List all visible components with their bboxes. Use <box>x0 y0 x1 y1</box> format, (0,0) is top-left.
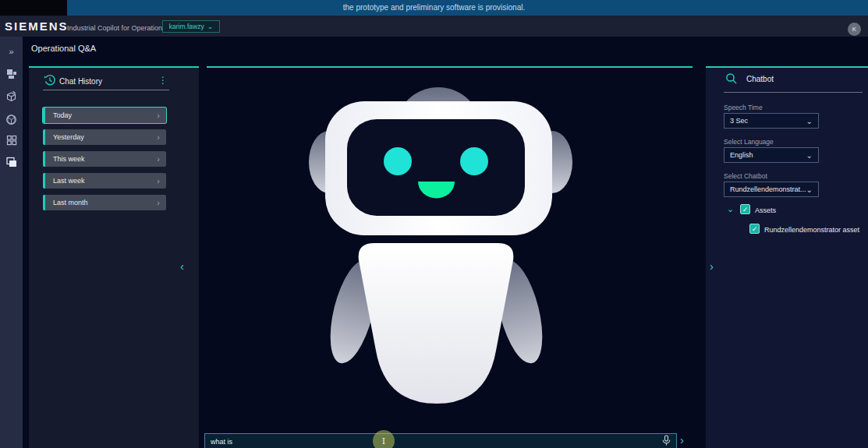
history-item-label: Yesterday <box>53 133 84 141</box>
tree-collapse-icon[interactable]: ⌄ <box>727 204 734 214</box>
search-icon <box>725 72 738 85</box>
speech-time-value: 3 Sec <box>730 117 748 125</box>
speech-time-label: Speech Time <box>724 104 763 111</box>
chevron-down-icon: ⌄ <box>806 151 813 160</box>
chevron-down-icon: ⌄ <box>806 185 813 194</box>
speech-time-select[interactable]: 3 Sec ⌄ <box>724 113 819 129</box>
chevron-right-icon: › <box>157 195 160 210</box>
expand-sidebar-icon[interactable]: » <box>0 43 23 60</box>
layers-icon <box>5 157 17 168</box>
expand-panel-icon[interactable]: › <box>710 259 714 273</box>
robot-eye-right <box>460 147 488 175</box>
chevron-right-icon: › <box>157 129 160 145</box>
avatar[interactable]: K <box>848 23 861 36</box>
provisional-banner: the prototype and preliminary software i… <box>0 0 868 16</box>
chat-history-title: Chat History <box>59 77 102 86</box>
collapse-panel-icon[interactable]: ‹ <box>180 259 184 273</box>
dashboard-layout-icon <box>6 69 17 79</box>
accent-bar <box>43 108 45 123</box>
history-item-last-week[interactable]: Last week › <box>43 173 166 189</box>
chevron-down-icon: ⌄ <box>806 117 813 125</box>
history-item-label: Last month <box>53 199 88 206</box>
accent-bar <box>43 195 45 210</box>
apps-grid-icon[interactable] <box>0 132 23 149</box>
asset-child-label: Rundzellendemonstrator asset <box>764 226 859 234</box>
cube-3d-icon[interactable] <box>0 111 23 128</box>
language-select[interactable]: English ⌄ <box>724 147 819 163</box>
chatbot-select[interactable]: Rundzellendemonstrat... ⌄ <box>724 182 819 197</box>
asset-child-checkbox[interactable]: ✓ <box>749 224 760 234</box>
user-menu[interactable]: karim.fawzy ⌄ <box>162 20 220 33</box>
chevron-right-icon: › <box>157 108 160 123</box>
box-edit-icon <box>5 90 17 102</box>
microphone-icon[interactable] <box>661 435 671 446</box>
history-item-today[interactable]: Today › <box>43 108 166 123</box>
page-title: Operational Q&A <box>31 44 96 53</box>
history-icon <box>44 74 56 86</box>
history-item-last-month[interactable]: Last month › <box>43 195 166 210</box>
chevron-down-icon: ⌄ <box>207 23 214 30</box>
app-window: the prototype and preliminary software i… <box>0 0 868 448</box>
accent-bar <box>43 129 45 145</box>
siemens-logo: SIEMENS <box>5 19 69 33</box>
send-message-icon[interactable]: › <box>680 433 684 446</box>
kebab-menu-icon[interactable]: ⋮ <box>158 75 168 86</box>
accent-bar <box>43 173 45 189</box>
chat-message-input[interactable] <box>204 433 677 448</box>
language-value: English <box>730 151 753 159</box>
grid-icon <box>6 135 17 146</box>
divider <box>43 90 169 90</box>
chat-area-top-border <box>207 66 693 68</box>
assets-checkbox[interactable]: ✓ <box>740 204 750 214</box>
chevron-right-icon: › <box>157 151 160 167</box>
chatbot-select-label: Select Chatbot <box>724 172 767 180</box>
robot-eye-left <box>384 147 412 175</box>
robot-illustration <box>304 78 577 413</box>
banner-corner <box>0 0 67 16</box>
dashboard-icon[interactable] <box>0 65 23 83</box>
robot-face <box>347 119 525 216</box>
divider <box>724 92 863 93</box>
history-item-yesterday[interactable]: Yesterday › <box>43 129 166 145</box>
history-item-label: Last week <box>53 177 85 185</box>
chevron-right-icon: › <box>157 173 160 189</box>
chatbot-panel-title: Chatbot <box>746 75 774 83</box>
robot-body <box>359 243 514 404</box>
history-item-label: Today <box>53 111 72 119</box>
globe-cube-icon <box>5 114 17 125</box>
history-item-this-week[interactable]: This week › <box>43 151 166 167</box>
history-item-label: This week <box>53 155 85 163</box>
windows-layers-icon[interactable] <box>0 153 23 171</box>
user-menu-label: karim.fawzy <box>169 23 204 30</box>
chatbot-value: Rundzellendemonstrat... <box>730 185 806 193</box>
chat-history-panel <box>29 66 199 448</box>
assets-label: Assets <box>755 206 776 214</box>
asset-box-icon[interactable] <box>0 87 23 104</box>
language-label: Select Language <box>724 138 774 146</box>
accent-bar <box>43 151 45 167</box>
app-title: Industrial Copilot for Operations <box>67 24 166 32</box>
